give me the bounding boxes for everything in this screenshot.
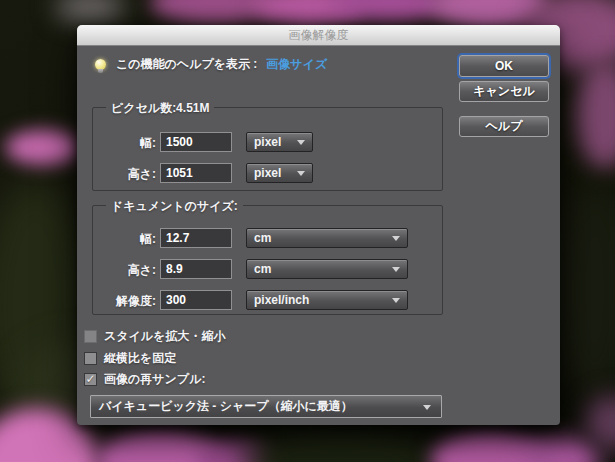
foliage-blur: [585, 395, 615, 450]
constrain-proportions-checkbox[interactable]: 縦横比を固定: [84, 351, 176, 365]
help-button[interactable]: ヘルプ: [459, 116, 549, 137]
flower-blur: [575, 60, 615, 170]
width-label: 幅:: [93, 135, 156, 152]
dropdown-arrow-icon: [392, 298, 400, 303]
dropdown-arrow-icon: [423, 405, 431, 410]
dialog-body: この機能のヘルプを表示 : 画像サイズ OK キャンセル ヘルプ ピクセル数:4…: [77, 47, 560, 425]
doc-height-input[interactable]: [160, 259, 232, 279]
lightbulb-icon: [95, 59, 106, 70]
checkbox-label: 画像の再サンプル:: [104, 371, 205, 388]
dropdown-arrow-icon: [297, 140, 305, 145]
doc-width-unit-dropdown[interactable]: cm: [246, 228, 408, 248]
dropdown-arrow-icon: [392, 236, 400, 241]
flower-blur: [5, 130, 80, 165]
pixel-height-row: 高さ: pixel: [93, 163, 442, 183]
pixel-height-input[interactable]: [160, 163, 232, 183]
doc-resolution-row: 解像度: pixel/inch: [93, 290, 442, 310]
pixel-group-title: ピクセル数:4.51M: [106, 100, 214, 117]
width-label: 幅:: [93, 231, 156, 248]
dialog-title: 画像解像度: [289, 28, 349, 42]
doc-resolution-input[interactable]: [160, 290, 232, 310]
doc-width-input[interactable]: [160, 228, 232, 248]
dropdown-arrow-icon: [392, 267, 400, 272]
height-label: 高さ:: [93, 166, 156, 183]
resample-method-value: バイキュービック法 - シャープ（縮小に最適）: [99, 398, 353, 415]
pixel-dimensions-group: ピクセル数:4.51M 幅: pixel 高さ: pixel: [92, 107, 443, 191]
doc-resolution-unit-dropdown[interactable]: pixel/inch: [246, 290, 408, 310]
resample-method-dropdown[interactable]: バイキュービック法 - シャープ（縮小に最適）: [90, 395, 442, 418]
pixel-width-unit-dropdown[interactable]: pixel: [246, 132, 313, 152]
pixel-height-unit-dropdown[interactable]: pixel: [246, 163, 313, 183]
unit-value: pixel: [254, 166, 281, 180]
dialog-titlebar[interactable]: 画像解像度: [77, 25, 560, 46]
checkbox-box: [84, 352, 97, 365]
pixel-width-row: 幅: pixel: [93, 132, 442, 152]
doc-height-row: 高さ: cm: [93, 259, 442, 279]
help-label: この機能のヘルプを表示 :: [116, 56, 257, 73]
cancel-button[interactable]: キャンセル: [459, 81, 549, 102]
document-size-group: ドキュメントのサイズ: 幅: cm 高さ: cm: [92, 205, 443, 315]
doc-height-unit-dropdown[interactable]: cm: [246, 259, 408, 279]
doc-width-row: 幅: cm: [93, 228, 442, 248]
foliage-blur: [240, 430, 440, 462]
image-resolution-dialog: 画像解像度 この機能のヘルプを表示 : 画像サイズ OK キャンセル ヘルプ ピ…: [77, 25, 560, 425]
checkbox-label: 縦横比を固定: [104, 350, 176, 367]
checkbox-box: [84, 330, 97, 343]
checkbox-label: スタイルを拡大・縮小: [104, 328, 225, 345]
checkbox-check-icon: ✓: [84, 373, 97, 386]
flower-blur: [55, 0, 125, 22]
unit-value: pixel/inch: [254, 293, 309, 307]
unit-value: cm: [254, 231, 271, 245]
ok-button[interactable]: OK: [459, 55, 549, 77]
help-link[interactable]: 画像サイズ: [266, 56, 327, 73]
unit-value: pixel: [254, 135, 281, 149]
help-row: この機能のヘルプを表示 : 画像サイズ: [95, 56, 327, 72]
unit-value: cm: [254, 262, 271, 276]
resample-image-checkbox[interactable]: ✓ 画像の再サンプル:: [84, 372, 205, 386]
pixel-width-input[interactable]: [160, 132, 232, 152]
height-label: 高さ:: [93, 262, 156, 279]
dropdown-arrow-icon: [297, 171, 305, 176]
resolution-label: 解像度:: [93, 293, 156, 310]
document-group-title: ドキュメントのサイズ:: [106, 198, 243, 215]
scale-styles-checkbox[interactable]: スタイルを拡大・縮小: [84, 329, 225, 343]
desktop-background: 画像解像度 この機能のヘルプを表示 : 画像サイズ OK キャンセル ヘルプ ピ…: [0, 0, 615, 462]
foliage-blur: [555, 180, 615, 400]
